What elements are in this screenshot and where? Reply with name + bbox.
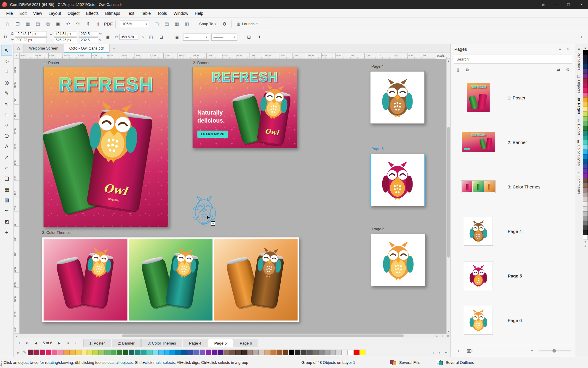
scroll-up-icon[interactable]: ▴ (447, 59, 450, 63)
palette-swatch[interactable] (135, 350, 140, 355)
page-tab[interactable]: 3: Color Themes (141, 339, 182, 347)
palette-swatch[interactable] (583, 88, 588, 93)
effects-button[interactable]: ✦ (255, 33, 263, 41)
new-tab-button[interactable]: ＋ (110, 44, 119, 53)
palette-swatch[interactable] (111, 350, 116, 355)
palette-swatch[interactable] (206, 350, 211, 355)
rotation-angle-field[interactable] (119, 34, 138, 40)
palette-swatch[interactable] (583, 97, 588, 102)
previous-page-button[interactable]: ◀ (32, 339, 40, 347)
palette-scroll-up-icon[interactable]: ▴ (584, 46, 586, 50)
menu-item[interactable]: Tools (154, 9, 170, 17)
palette-scroll-down-icon[interactable]: ▾ (584, 240, 586, 244)
scale-y-field[interactable] (79, 37, 98, 43)
menu-item[interactable]: Effects (83, 9, 102, 17)
palette-swatch[interactable] (200, 350, 205, 355)
palette-swatch[interactable] (283, 350, 288, 355)
menu-item[interactable]: Table (138, 9, 154, 17)
palette-swatch[interactable] (583, 150, 588, 154)
palette-swatch[interactable] (182, 350, 188, 355)
redo-button[interactable]: ↷ (74, 19, 83, 28)
palette-swatch[interactable] (265, 350, 271, 355)
page-thumbnail[interactable] (464, 306, 493, 335)
docker-tab[interactable]: ◖ Comments (577, 170, 581, 194)
spread-view-icon[interactable]: ⧉ (463, 66, 472, 74)
palette-swatch[interactable] (583, 55, 588, 59)
palette-swatch[interactable] (583, 64, 588, 69)
ruler-origin-button[interactable]: ⌖ (14, 53, 20, 58)
options-button[interactable]: ⚙ (220, 19, 229, 28)
new-page-button[interactable]: ＋ (454, 347, 463, 355)
mirror-vertical-button[interactable]: ⊟ (157, 33, 165, 41)
learn-more-button[interactable]: LEARN MORE (197, 131, 228, 138)
palette-swatch[interactable] (241, 350, 247, 355)
palette-swatch[interactable] (87, 350, 93, 355)
palette-swatch[interactable] (583, 192, 588, 197)
launch-dropdown[interactable]: ▥ Launch ▾ (234, 20, 260, 28)
add-page-button[interactable]: ＋ (72, 339, 80, 347)
palette-eyedropper-icon[interactable]: ✎ (22, 350, 28, 356)
palette-swatch[interactable] (63, 350, 69, 355)
palette-swatch[interactable] (583, 221, 588, 226)
menu-item[interactable]: Help (191, 9, 207, 17)
customize-property-bar-button[interactable]: ＋ (577, 33, 586, 41)
palette-swatch[interactable] (295, 350, 300, 355)
object-x-field[interactable] (15, 31, 47, 37)
thumbnail-size-slider[interactable] (539, 350, 571, 351)
page4-thumbnail-card[interactable] (370, 71, 425, 124)
menu-item[interactable]: Bitmaps (102, 9, 124, 17)
scroll-right-icon[interactable]: ▸ (434, 334, 440, 338)
save-button[interactable]: ▦ (23, 19, 32, 28)
object-position-grid-icon[interactable]: ⠿ (2, 34, 8, 40)
palette-swatch[interactable] (117, 350, 122, 355)
first-page-button[interactable]: ⇤ (24, 339, 31, 347)
page-thumbnail[interactable]: REFRESH (462, 132, 495, 152)
vertical-scroll-thumb[interactable] (447, 127, 450, 258)
palette-swatch[interactable] (93, 350, 99, 355)
fast-scroll-icon[interactable]: » (440, 334, 445, 338)
palette-swatch[interactable] (583, 69, 588, 74)
docker-close-icon[interactable]: × (564, 45, 571, 53)
scroll-down-icon[interactable]: ▾ (447, 329, 450, 334)
pages-settings-gear-icon[interactable]: ⚙ (564, 66, 572, 74)
tab-welcome-screen[interactable]: Welcome Screen (24, 44, 64, 53)
palette-swatch[interactable] (57, 350, 63, 355)
palette-swatch[interactable] (583, 102, 588, 107)
copy-button[interactable]: ⧉ (43, 19, 52, 28)
pages-row-page5-selected[interactable]: Page 5 (451, 253, 575, 298)
freehand-tool[interactable]: ✎ (1, 88, 12, 99)
pages-row-banner[interactable]: REFRESH 2: Banner (451, 120, 575, 164)
line-style-select[interactable]: ———▾ (211, 34, 237, 41)
palette-swatch[interactable] (583, 116, 588, 121)
docker-tab[interactable]: ◧ Color Styles (577, 139, 581, 166)
drop-shadow-tool[interactable]: ❏ (1, 173, 12, 184)
banner-artwork[interactable]: REFRESH Owl Naturally delicious. LEARN M… (192, 67, 297, 148)
page-row-label[interactable]: Page 4 (508, 229, 522, 234)
palette-swatch[interactable] (583, 159, 588, 164)
menu-item[interactable]: File (3, 9, 16, 17)
palette-swatch[interactable] (583, 154, 588, 159)
palette-swatch[interactable] (583, 112, 588, 116)
dimension-tool[interactable]: ↗ (1, 152, 12, 163)
outline-width-select[interactable]: —▾ (183, 34, 209, 41)
account-icon[interactable]: ☻ (538, 0, 549, 9)
palette-swatch[interactable] (301, 350, 306, 355)
slider-knob[interactable] (552, 349, 556, 353)
object-y-field[interactable] (15, 37, 47, 43)
palette-scroll-right-icon[interactable]: › (437, 350, 442, 356)
print-button[interactable]: ▤ (33, 19, 42, 28)
page-thumbnail[interactable] (461, 180, 496, 193)
palette-swatch[interactable] (229, 350, 235, 355)
pages-row-page6[interactable]: Page 6 (451, 298, 575, 342)
palette-swatch[interactable] (289, 350, 294, 355)
palette-swatch[interactable] (583, 169, 588, 173)
mesh-fill-tool[interactable]: ▦ (1, 184, 12, 195)
menu-item[interactable]: Edit (16, 9, 30, 17)
customize-toolbar-button[interactable]: ＋ (261, 19, 270, 28)
transparency-tool[interactable]: ▨ (1, 195, 12, 205)
page5-thumbnail-card-selected[interactable] (370, 154, 425, 206)
fill-indicator-icon[interactable] (390, 360, 397, 365)
palette-swatch[interactable] (318, 350, 324, 355)
open-document-button[interactable]: ❒ (13, 19, 22, 28)
docker-collapse-icon[interactable]: » (556, 45, 564, 53)
